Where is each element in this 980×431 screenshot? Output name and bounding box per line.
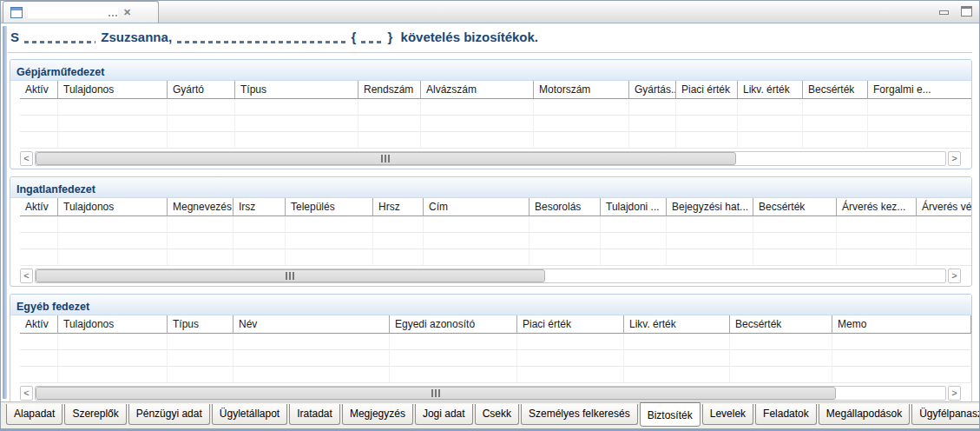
column-header[interactable]: Árverés kez... bbox=[837, 198, 917, 216]
column-header[interactable]: Típus bbox=[235, 81, 358, 99]
column-header[interactable]: Tulajdonos bbox=[58, 81, 168, 99]
grid-cell bbox=[58, 216, 168, 233]
column-header[interactable]: Árverés vé bbox=[917, 198, 971, 216]
data-grid[interactable]: AktívTulajdonosGyártóTípusRendszámAlvázs… bbox=[20, 81, 971, 149]
editor-tab[interactable]: ✕ bbox=[3, 1, 159, 23]
column-header[interactable]: Alvázszám bbox=[421, 81, 534, 99]
column-header[interactable]: Becsérték bbox=[753, 198, 837, 216]
column-header[interactable]: Gyártás... bbox=[629, 81, 676, 99]
grid-empty-row[interactable] bbox=[20, 350, 971, 367]
column-header[interactable]: Likv. érték bbox=[624, 315, 730, 334]
grid-cell bbox=[529, 233, 601, 249]
column-header[interactable]: Rendszám bbox=[358, 81, 421, 99]
grid-cell bbox=[235, 99, 358, 116]
scrollbar-track[interactable] bbox=[35, 151, 946, 166]
view-content: S Zsuzsanna, { } követelés bizosítékok. … bbox=[1, 23, 979, 401]
tab-ügyletállapot[interactable]: Ügyletállapot bbox=[212, 404, 287, 425]
tab-megállapodások[interactable]: Megállapodások bbox=[819, 404, 910, 425]
tab-megjegyzés[interactable]: Megjegyzés bbox=[342, 404, 413, 425]
section-title: Ingatlanfedezet bbox=[16, 183, 95, 196]
horizontal-scrollbar: <> bbox=[20, 268, 961, 283]
column-header[interactable]: Típus bbox=[168, 315, 233, 334]
maximize-icon[interactable] bbox=[961, 6, 972, 17]
grid-cell bbox=[624, 367, 730, 383]
column-header[interactable]: Név bbox=[233, 315, 390, 334]
column-header[interactable]: Aktív bbox=[20, 198, 58, 216]
tab-pénzügyi-adat[interactable]: Pénzügyi adat bbox=[128, 404, 210, 425]
column-header[interactable]: Aktív bbox=[20, 81, 58, 99]
column-header[interactable]: Aktív bbox=[20, 315, 58, 334]
tab-levelek[interactable]: Levelek bbox=[702, 404, 753, 425]
column-header[interactable]: Becsérték bbox=[803, 81, 868, 99]
tab-ügyfélpanaszok[interactable]: Ügyfélpanaszok bbox=[911, 404, 980, 425]
column-header[interactable]: Tulajdonos bbox=[58, 315, 168, 334]
scrollbar-thumb[interactable] bbox=[36, 269, 545, 282]
grid-empty-row[interactable] bbox=[20, 249, 971, 266]
tab-feladatok[interactable]: Feladatok bbox=[755, 404, 817, 425]
scrollbar-thumb[interactable] bbox=[36, 152, 736, 165]
column-header[interactable]: Bejegyzési hat... bbox=[667, 198, 753, 216]
column-header[interactable]: Motorszám bbox=[534, 81, 629, 99]
redacted-name-text bbox=[23, 30, 97, 44]
tab-biztosíték[interactable]: Biztosíték bbox=[640, 402, 700, 427]
grid-cell bbox=[730, 350, 832, 367]
scroll-right-button[interactable]: > bbox=[948, 386, 961, 401]
collateral-section: GépjárműfedezetAktívTulajdonosGyártóTípu… bbox=[10, 59, 972, 169]
scroll-right-button[interactable]: > bbox=[948, 269, 961, 283]
grid-cell bbox=[601, 249, 667, 266]
grid-cell bbox=[517, 367, 624, 383]
column-header[interactable]: Település bbox=[286, 198, 373, 216]
tab-szereplők[interactable]: Szereplők bbox=[64, 404, 126, 425]
grid-cell bbox=[58, 233, 168, 249]
column-header[interactable]: Hrsz bbox=[373, 198, 424, 216]
scrollbar-track[interactable] bbox=[35, 386, 946, 401]
grid-empty-row[interactable] bbox=[20, 233, 971, 249]
grid-empty-row[interactable] bbox=[20, 99, 971, 116]
column-header[interactable]: Megnevezés bbox=[168, 198, 233, 216]
tab-jogi-adat[interactable]: Jogi adat bbox=[415, 404, 473, 425]
column-header[interactable]: Forgalmi e... bbox=[868, 81, 971, 99]
grid-cell bbox=[738, 116, 803, 132]
grid-empty-row[interactable] bbox=[20, 334, 971, 350]
column-header[interactable]: Piaci érték bbox=[517, 315, 624, 334]
scroll-left-button[interactable]: < bbox=[20, 386, 33, 401]
grid-cell bbox=[424, 233, 529, 249]
column-header[interactable]: Becsérték bbox=[730, 315, 832, 334]
grid-empty-row[interactable] bbox=[20, 367, 971, 383]
grid-empty-row[interactable] bbox=[20, 216, 971, 233]
horizontal-scrollbar: <> bbox=[20, 150, 961, 166]
collateral-section: IngatlanfedezetAktívTulajdonosMegnevezés… bbox=[10, 176, 972, 287]
column-header[interactable]: Likv. érték bbox=[738, 81, 803, 99]
grid-cell bbox=[738, 132, 803, 149]
grid-cell bbox=[20, 216, 58, 233]
column-header[interactable]: Cím bbox=[424, 198, 529, 216]
column-header[interactable]: Memo bbox=[832, 315, 971, 334]
scroll-left-button[interactable]: < bbox=[20, 151, 33, 166]
grid-header-row: AktívTulajdonosGyártóTípusRendszámAlvázs… bbox=[20, 81, 971, 99]
minimize-icon[interactable] bbox=[939, 10, 949, 15]
column-header[interactable]: Tulajdoni ... bbox=[601, 198, 667, 216]
column-header[interactable]: Irsz bbox=[233, 198, 286, 216]
tab-iratadat[interactable]: Iratadat bbox=[289, 404, 340, 425]
scroll-right-button[interactable]: > bbox=[948, 151, 961, 166]
scrollbar-thumb[interactable] bbox=[36, 387, 836, 400]
grid-empty-row[interactable] bbox=[20, 132, 971, 149]
scroll-left-button[interactable]: < bbox=[20, 269, 33, 283]
tab-alapadat[interactable]: Alapadat bbox=[6, 404, 62, 425]
scrollbar-grip-icon bbox=[431, 389, 440, 397]
tab-csekk[interactable]: Csekk bbox=[475, 404, 519, 425]
grid-cell bbox=[373, 249, 424, 266]
data-grid[interactable]: AktívTulajdonosMegnevezésIrszTelepülésHr… bbox=[20, 198, 971, 266]
close-icon[interactable]: ✕ bbox=[123, 7, 131, 18]
column-header[interactable]: Besorolás bbox=[529, 198, 601, 216]
column-header[interactable]: Tulajdonos bbox=[58, 198, 168, 216]
scrollbar-track[interactable] bbox=[35, 269, 946, 283]
grid-cell bbox=[832, 367, 971, 383]
data-grid[interactable]: AktívTulajdonosTípusNévEgyedi azonosítóP… bbox=[20, 315, 971, 383]
grid-empty-row[interactable] bbox=[20, 116, 971, 132]
column-header[interactable]: Egyedi azonosító bbox=[390, 315, 517, 334]
column-header[interactable]: Piaci érték bbox=[676, 81, 738, 99]
grid-header-row: AktívTulajdonosMegnevezésIrszTelepülésHr… bbox=[20, 198, 971, 216]
tab-személyes-felkeresés[interactable]: Személyes felkeresés bbox=[521, 404, 638, 425]
column-header[interactable]: Gyártó bbox=[168, 81, 235, 99]
